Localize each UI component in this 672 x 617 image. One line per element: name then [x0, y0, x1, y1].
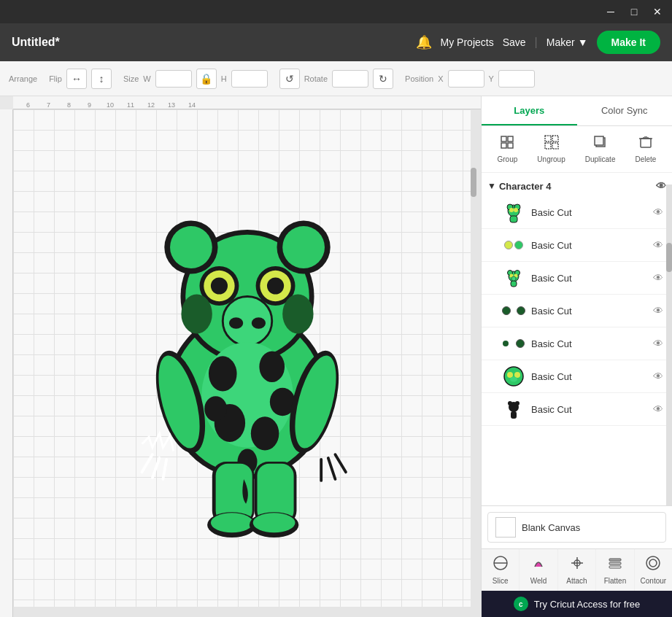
layer-thumbnail	[502, 332, 525, 355]
layer-visibility-button[interactable]: 👁	[650, 369, 666, 384]
canvas-area[interactable]: 6 7 8 9 10 11 12 13 14	[0, 96, 481, 617]
save-button[interactable]: Save	[503, 36, 526, 48]
canvas-content	[13, 109, 481, 617]
arrange-group: Arrange	[9, 74, 37, 83]
layer-item[interactable]: Basic Cut 👁	[482, 393, 672, 426]
svg-line-34	[335, 454, 345, 472]
tab-color-sync[interactable]: Color Sync	[577, 96, 673, 125]
group-button[interactable]: Group	[492, 132, 524, 166]
layer-item[interactable]: Basic Cut 👁	[482, 229, 672, 262]
flatten-button[interactable]: Flatten	[596, 549, 634, 591]
layer-visibility-button[interactable]: 👁	[650, 271, 666, 285]
duplicate-icon	[593, 135, 608, 153]
svg-point-10	[210, 277, 227, 294]
blank-canvas-button[interactable]: Blank Canvas	[487, 512, 666, 543]
layer-visibility-button[interactable]: 👁	[650, 303, 666, 318]
svg-point-17	[181, 295, 212, 334]
my-projects-button[interactable]: My Projects	[441, 36, 494, 48]
cricut-logo: c	[514, 597, 528, 611]
layer-thumbnail	[502, 365, 525, 388]
make-it-button[interactable]: Make It	[597, 31, 660, 54]
size-label: Size	[123, 74, 139, 83]
flip-group: Flip ↔ ↕	[49, 69, 112, 89]
layer-visibility-button[interactable]: 👁	[650, 238, 666, 252]
header-actions: 🔔 My Projects Save | Maker ▼ Make It	[416, 31, 660, 54]
svg-point-21	[259, 352, 285, 382]
svg-point-18	[282, 295, 313, 334]
notification-bell-icon[interactable]: 🔔	[416, 34, 432, 50]
canvas-scrollbar-vertical[interactable]	[471, 109, 481, 617]
duplicate-button[interactable]: Duplicate	[579, 132, 622, 166]
panel-scrollbar[interactable]	[666, 185, 672, 505]
maker-dropdown-button[interactable]: Maker ▼	[547, 36, 588, 48]
canvas-scrollbar-horizontal[interactable]	[13, 607, 471, 617]
svg-point-73	[504, 367, 523, 386]
layer-visibility-button[interactable]: 👁	[650, 402, 666, 416]
svg-line-30	[152, 458, 159, 478]
attach-label: Attach	[566, 577, 587, 585]
h-label: H	[221, 74, 227, 83]
position-group: Position X Y	[405, 70, 535, 88]
svg-point-5	[170, 226, 212, 268]
svg-rect-86	[609, 566, 621, 568]
cricut-access-banner[interactable]: c Try Cricut Access for free	[482, 591, 672, 617]
flip-v-button[interactable]: ↕	[91, 69, 112, 89]
flatten-label: Flatten	[604, 577, 627, 585]
weld-icon	[530, 555, 547, 575]
slice-icon	[493, 555, 509, 575]
layer-item[interactable]: Basic Cut 👁	[482, 360, 672, 393]
svg-line-31	[163, 459, 166, 479]
panel-toolbar: Group Ungroup Duplicate Delete	[482, 126, 672, 173]
layer-item[interactable]: Basic Cut 👁	[482, 295, 672, 327]
x-input[interactable]	[448, 70, 484, 88]
group-header-character4[interactable]: ▼ Character 4 👁	[482, 176, 672, 196]
ruler-horizontal: 6 7 8 9 10 11 12 13 14	[13, 96, 481, 109]
slice-button[interactable]: Slice	[482, 549, 520, 591]
svg-rect-85	[609, 562, 621, 564]
layer-thumbnail	[502, 266, 525, 290]
width-input[interactable]	[155, 70, 192, 88]
flip-h-button[interactable]: ↔	[66, 69, 87, 89]
svg-point-13	[266, 277, 283, 294]
visibility-toggle-group[interactable]: 👁	[656, 180, 666, 192]
attach-button[interactable]: Attach	[558, 549, 596, 591]
svg-rect-48	[508, 143, 513, 148]
right-panel: Layers Color Sync Group Ungroup	[481, 96, 672, 617]
weld-button[interactable]: Weld	[520, 549, 557, 591]
svg-rect-63	[510, 216, 517, 222]
panel-tabs: Layers Color Sync	[482, 96, 672, 126]
main-layout: 6 7 8 9 10 11 12 13 14	[0, 96, 672, 617]
svg-point-76	[510, 377, 517, 382]
layer-item[interactable]: Basic Cut 👁	[482, 196, 672, 229]
character-illustration	[109, 170, 386, 556]
ungroup-label: Ungroup	[537, 155, 565, 163]
delete-button[interactable]: Delete	[630, 132, 663, 166]
layer-visibility-button[interactable]: 👁	[650, 205, 666, 220]
svg-point-7	[282, 226, 325, 268]
attach-icon	[569, 555, 585, 575]
layer-name: Basic Cut	[531, 404, 650, 415]
slice-label: Slice	[493, 577, 509, 585]
height-input[interactable]	[231, 70, 268, 88]
svg-rect-49	[545, 136, 551, 141]
y-input[interactable]	[498, 70, 535, 88]
lock-ratio-icon[interactable]: 🔒	[196, 69, 217, 89]
minimize-button[interactable]: ─	[602, 3, 619, 20]
contour-button[interactable]: Contour	[635, 549, 672, 591]
svg-point-74	[507, 372, 513, 378]
rotate-group: ↺ Rotate 0 ↻	[279, 69, 393, 89]
ungroup-button[interactable]: Ungroup	[531, 132, 571, 166]
rotate-input[interactable]: 0	[332, 70, 368, 88]
blank-canvas-label: Blank Canvas	[522, 522, 580, 533]
maximize-button[interactable]: □	[625, 3, 643, 20]
layer-item[interactable]: Basic Cut 👁	[482, 262, 672, 295]
rotate-cw-icon[interactable]: ↻	[373, 69, 393, 89]
tab-layers[interactable]: Layers	[482, 96, 577, 125]
weld-label: Weld	[530, 577, 547, 585]
layer-visibility-button[interactable]: 👁	[650, 336, 666, 351]
layer-thumbnail	[502, 299, 525, 322]
close-button[interactable]: ✕	[649, 3, 666, 20]
layer-item[interactable]: Basic Cut 👁	[482, 327, 672, 360]
rotate-ccw-icon[interactable]: ↺	[279, 69, 300, 89]
group-name: Character 4	[499, 181, 656, 192]
